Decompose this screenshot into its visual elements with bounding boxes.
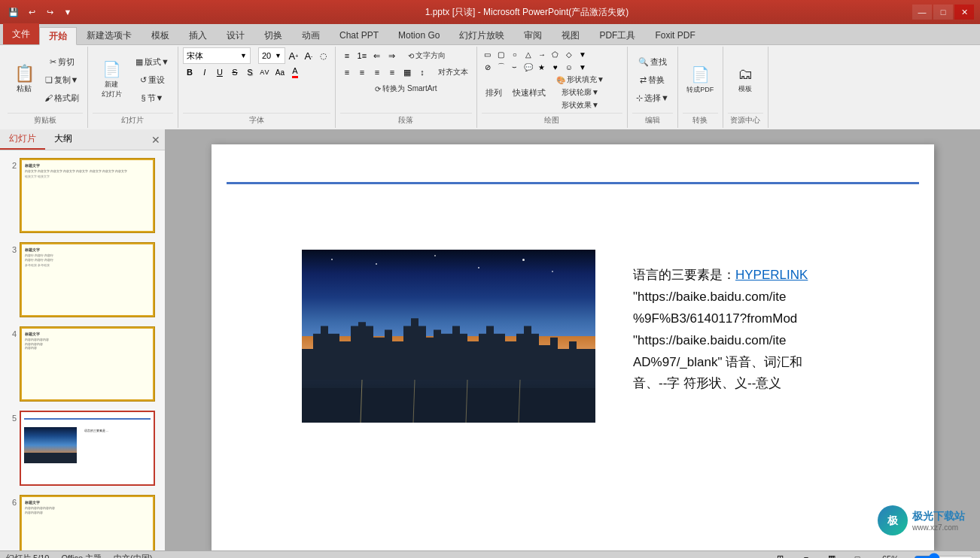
font-color-button[interactable]: A <box>288 65 302 79</box>
slide-city-image[interactable] <box>302 250 595 423</box>
close-button[interactable]: ✕ <box>954 5 974 20</box>
tab-slideshow[interactable]: 幻灯片放映 <box>449 26 514 44</box>
italic-button[interactable]: I <box>198 65 212 79</box>
slides-tab[interactable]: 幻灯片 <box>0 129 45 150</box>
line-btn[interactable]: ⊘ <box>482 61 494 73</box>
outline-tab[interactable]: 大纲 <box>45 129 81 150</box>
editing-label: 编辑 <box>632 113 673 126</box>
star-btn[interactable]: ★ <box>536 61 548 73</box>
text-shadow-button[interactable]: S <box>243 65 257 79</box>
diamond-btn[interactable]: ◇ <box>563 48 575 60</box>
arrow-btn[interactable]: → <box>536 48 548 60</box>
cut-button[interactable]: ✂ 剪切 <box>41 53 83 70</box>
align-right-button[interactable]: ≡ <box>370 65 384 79</box>
reset-button[interactable]: ↺ 重设 <box>132 71 173 88</box>
replace-label: 替换 <box>648 74 665 86</box>
rounded-rect-btn[interactable]: ▢ <box>495 48 507 60</box>
pentagon-btn[interactable]: ⬠ <box>549 48 562 60</box>
convert-smartart-button[interactable]: ⟳ 转换为 SmartArt <box>340 82 472 96</box>
convert-pdf-button[interactable]: 📄 转成PDF <box>683 60 717 99</box>
column-button[interactable]: ▦ <box>400 65 414 79</box>
decrease-font-button[interactable]: A- <box>302 49 315 62</box>
font-name-dropdown[interactable]: 宋体 ▼ <box>183 47 251 64</box>
more-icon[interactable]: ▼ <box>60 5 75 19</box>
font-size-dropdown[interactable]: 20 ▼ <box>258 47 285 64</box>
tab-chatppt[interactable]: Chat PPT <box>330 26 388 44</box>
hyperlink-text[interactable]: HYPERLINK <box>735 268 808 282</box>
heart-btn[interactable]: ♥ <box>549 61 562 73</box>
tab-foxitpdf[interactable]: Foxit PDF <box>645 26 705 44</box>
rect-shape-btn[interactable]: ▭ <box>482 48 494 60</box>
tab-design[interactable]: 设计 <box>217 26 254 44</box>
template-button[interactable]: 🗂 模板 <box>729 60 762 99</box>
format-painter-button[interactable]: 🖌 格式刷 <box>41 89 83 106</box>
clear-format-button[interactable]: ◌ <box>317 49 330 62</box>
canvas-area[interactable]: 语言的三要素是：HYPERLINK "https://baike.baidu.c… <box>166 129 980 550</box>
layout-button[interactable]: ▦ 版式▼ <box>132 53 173 70</box>
tab-new[interactable]: 新建选项卡 <box>77 26 142 44</box>
align-left-button[interactable]: ≡ <box>340 65 354 79</box>
select-button[interactable]: ⊹ 选择▼ <box>632 89 673 106</box>
tab-insert[interactable]: 插入 <box>179 26 217 44</box>
tab-home[interactable]: 开始 <box>39 27 77 45</box>
triangle-btn[interactable]: △ <box>522 48 534 60</box>
shapes-more2-btn[interactable]: ▼ <box>577 61 589 73</box>
slide-thumb-6[interactable]: 6 标题文字 内容内容内容内容内容内容内容内容 <box>3 493 162 550</box>
shape-fill-button[interactable]: 🎨 形状填充▼ <box>552 74 608 86</box>
increase-indent-button[interactable]: ⇒ <box>385 49 399 62</box>
slide-thumb-3[interactable]: 3 标题文字 内容行 内容行 内容行内容行 内容行 内容行 参考链接 参考链接 <box>3 241 162 319</box>
decrease-indent-button[interactable]: ⇐ <box>370 49 384 62</box>
text-direction-button[interactable]: ⟲ 文字方向 <box>404 49 449 62</box>
line-spacing-button[interactable]: ↕ <box>415 65 429 79</box>
new-slide-button[interactable]: 📄 新建幻灯片 <box>93 60 130 99</box>
curve-btn[interactable]: ⌒ <box>495 61 507 73</box>
char-spacing-button[interactable]: AV <box>258 65 272 79</box>
smiley-btn[interactable]: ☺ <box>563 61 575 73</box>
minimize-button[interactable]: — <box>912 5 932 20</box>
callout-btn[interactable]: 💬 <box>522 61 534 73</box>
tab-pdf[interactable]: PDF工具 <box>589 26 645 44</box>
tab-animations[interactable]: 动画 <box>292 26 330 44</box>
normal-view-button[interactable]: ⊞ <box>774 552 787 559</box>
increase-font-button[interactable]: A+ <box>287 49 300 62</box>
numbering-button[interactable]: 1≡ <box>355 49 369 62</box>
maximize-button[interactable]: □ <box>933 5 953 20</box>
redo-icon[interactable]: ↪ <box>42 5 57 19</box>
slide-thumb-4[interactable]: 4 标题文字 内容内容内容内容内容内容内容内容内容 <box>3 325 162 403</box>
outline-view-button[interactable]: ≡ <box>799 552 813 559</box>
tab-motion[interactable]: Motion Go <box>388 26 449 44</box>
shape-outline-button[interactable]: 形状轮廓▼ <box>552 86 608 99</box>
bullets-button[interactable]: ≡ <box>340 49 354 62</box>
slide-sorter-button[interactable]: ▦ <box>825 552 838 559</box>
align-text-button[interactable]: 对齐文本 <box>434 65 472 79</box>
shape-effect-button[interactable]: 形状效果▼ <box>552 99 608 111</box>
tab-review[interactable]: 审阅 <box>514 26 552 44</box>
tab-view[interactable]: 视图 <box>552 26 589 44</box>
quick-styles-button[interactable]: 快速样式 <box>509 84 549 101</box>
reading-view-button[interactable]: □ <box>851 552 864 559</box>
replace-button[interactable]: ⇄ 替换 <box>636 71 668 88</box>
connector-btn[interactable]: ⌣ <box>509 61 521 73</box>
strikethrough-button[interactable]: S <box>228 65 242 79</box>
find-button[interactable]: 🔍 查找 <box>635 53 671 70</box>
undo-icon[interactable]: ↩ <box>24 5 39 19</box>
bold-button[interactable]: B <box>183 65 196 79</box>
copy-button[interactable]: ❏ 复制▼ <box>41 71 83 88</box>
section-button[interactable]: § 节▼ <box>132 89 173 106</box>
tab-transitions[interactable]: 切换 <box>254 26 292 44</box>
more-shapes-btn[interactable]: ▼ <box>577 48 589 60</box>
arrange-button[interactable]: 排列 <box>482 84 506 101</box>
zoom-slider[interactable] <box>914 553 974 559</box>
tab-file[interactable]: 文件 <box>3 23 39 44</box>
underline-button[interactable]: U <box>213 65 227 79</box>
align-center-button[interactable]: ≡ <box>355 65 369 79</box>
tab-template[interactable]: 模板 <box>142 26 179 44</box>
change-case-button[interactable]: Aa <box>273 65 287 79</box>
slide-thumb-2[interactable]: 2 标题文字 内容文字 内容文字 内容文字 内容文字 内容文字 内容文字 内容文… <box>3 156 162 235</box>
paste-button[interactable]: 📋 粘贴 <box>8 60 41 99</box>
oval-shape-btn[interactable]: ○ <box>509 48 521 60</box>
slide-panel-close[interactable]: ✕ <box>147 129 165 150</box>
save-icon[interactable]: 💾 <box>6 5 21 19</box>
justify-button[interactable]: ≡ <box>385 65 399 79</box>
slide-thumb-5[interactable]: 5 语言的三要素是... <box>3 409 162 487</box>
